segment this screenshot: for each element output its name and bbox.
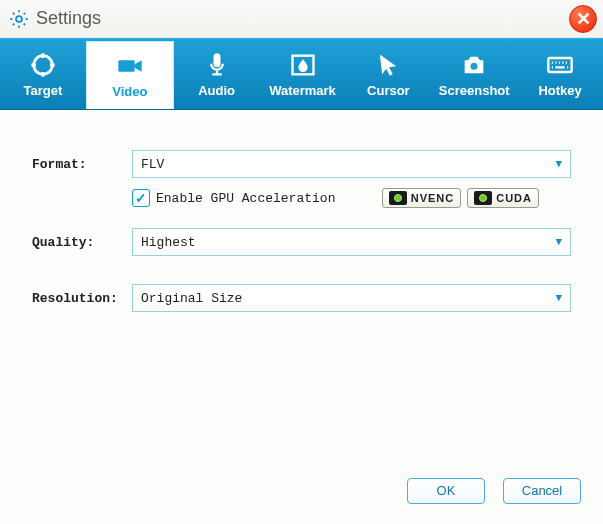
resolution-select[interactable]: Original Size ▼ xyxy=(132,284,571,312)
format-row: Format: FLV ▼ xyxy=(32,150,571,178)
svg-rect-2 xyxy=(118,60,134,72)
tab-label: Audio xyxy=(198,83,235,98)
close-button[interactable]: ✕ xyxy=(569,5,597,33)
ok-button[interactable]: OK xyxy=(407,478,485,504)
tab-label: Screenshot xyxy=(439,83,510,98)
tab-watermark[interactable]: Watermark xyxy=(260,39,346,109)
gear-icon xyxy=(8,8,30,30)
quality-label: Quality: xyxy=(32,235,132,250)
svg-rect-6 xyxy=(548,58,571,72)
tab-cursor[interactable]: Cursor xyxy=(345,39,431,109)
chevron-down-icon: ▼ xyxy=(555,158,562,170)
format-value: FLV xyxy=(141,157,164,172)
target-icon xyxy=(29,51,57,79)
resolution-row: Resolution: Original Size ▼ xyxy=(32,284,571,312)
quality-row: Quality: Highest ▼ xyxy=(32,228,571,256)
tab-audio[interactable]: Audio xyxy=(174,39,260,109)
tab-bar: Target Video Audio Watermark Cursor S xyxy=(0,38,603,110)
resolution-value: Original Size xyxy=(141,291,242,306)
chevron-down-icon: ▼ xyxy=(555,236,562,248)
cuda-text: CUDA xyxy=(496,192,532,204)
svg-point-0 xyxy=(16,16,22,22)
tab-label: Video xyxy=(112,84,147,99)
window-title: Settings xyxy=(36,8,569,29)
tab-label: Hotkey xyxy=(538,83,581,98)
cuda-badge: CUDA xyxy=(467,188,539,208)
nvenc-badge: NVENC xyxy=(382,188,462,208)
cancel-button[interactable]: Cancel xyxy=(503,478,581,504)
footer: OK Cancel xyxy=(0,470,603,518)
gpu-checkbox[interactable]: ✓ xyxy=(132,189,150,207)
video-icon xyxy=(116,52,144,80)
cursor-icon xyxy=(374,51,402,79)
watermark-icon xyxy=(289,51,317,79)
svg-point-5 xyxy=(471,62,478,69)
format-label: Format: xyxy=(32,157,132,172)
svg-point-1 xyxy=(34,55,53,74)
quality-select[interactable]: Highest ▼ xyxy=(132,228,571,256)
camera-icon xyxy=(460,51,488,79)
tab-screenshot[interactable]: Screenshot xyxy=(431,39,517,109)
gpu-label: Enable GPU Acceleration xyxy=(156,191,382,206)
titlebar: Settings ✕ xyxy=(0,0,603,38)
tab-label: Target xyxy=(24,83,63,98)
tab-label: Watermark xyxy=(269,83,336,98)
nvidia-eye-icon xyxy=(389,191,407,205)
nvenc-text: NVENC xyxy=(411,192,455,204)
tab-video[interactable]: Video xyxy=(86,41,174,109)
quality-value: Highest xyxy=(141,235,196,250)
tab-target[interactable]: Target xyxy=(0,39,86,109)
gpu-badges: NVENC CUDA xyxy=(382,188,539,208)
audio-icon xyxy=(203,51,231,79)
tab-label: Cursor xyxy=(367,83,410,98)
keyboard-icon xyxy=(546,51,574,79)
content-area: Format: FLV ▼ ✓ Enable GPU Acceleration … xyxy=(0,110,603,470)
nvidia-eye-icon xyxy=(474,191,492,205)
check-icon: ✓ xyxy=(135,190,147,206)
resolution-label: Resolution: xyxy=(32,291,132,306)
tab-hotkey[interactable]: Hotkey xyxy=(517,39,603,109)
format-select[interactable]: FLV ▼ xyxy=(132,150,571,178)
gpu-row: ✓ Enable GPU Acceleration NVENC CUDA xyxy=(132,188,571,208)
chevron-down-icon: ▼ xyxy=(555,292,562,304)
svg-rect-3 xyxy=(214,54,219,66)
